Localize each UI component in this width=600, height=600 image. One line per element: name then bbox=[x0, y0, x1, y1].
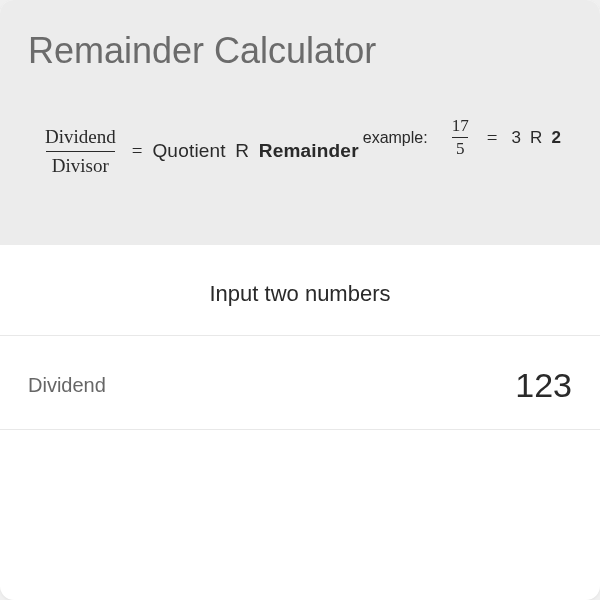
quotient-label: Quotient bbox=[152, 140, 225, 161]
formula-result: Quotient R Remainder bbox=[152, 140, 358, 162]
fraction-denominator: Divisor bbox=[46, 151, 115, 178]
example-r-label: R bbox=[530, 128, 542, 147]
page-title: Remainder Calculator bbox=[28, 30, 572, 72]
example-equals: = bbox=[487, 127, 498, 149]
dividend-input[interactable] bbox=[372, 366, 572, 405]
formula-fraction: Dividend Divisor bbox=[39, 125, 122, 178]
formula-section: Dividend Divisor = Quotient R Remainder … bbox=[0, 96, 600, 245]
remainder-label: Remainder bbox=[259, 140, 359, 161]
example-label: example: bbox=[363, 129, 428, 147]
formula-main: Dividend Divisor = Quotient R Remainder bbox=[39, 125, 359, 178]
dividend-row: Dividend bbox=[0, 336, 600, 430]
example-denominator: 5 bbox=[452, 137, 469, 159]
dividend-label: Dividend bbox=[28, 374, 106, 397]
equals-sign: = bbox=[132, 140, 143, 162]
example-remainder: 2 bbox=[551, 128, 561, 147]
example-fraction: 17 5 bbox=[448, 116, 473, 160]
example-numerator: 17 bbox=[448, 116, 473, 137]
example-result: 3 R 2 bbox=[511, 128, 561, 148]
header: Remainder Calculator bbox=[0, 0, 600, 96]
section-heading: Input two numbers bbox=[0, 245, 600, 336]
example-quotient: 3 bbox=[511, 128, 521, 147]
fraction-numerator: Dividend bbox=[39, 125, 122, 151]
calculator-card: Remainder Calculator Dividend Divisor = … bbox=[0, 0, 600, 600]
formula-example: example: 17 5 = 3 R 2 bbox=[363, 116, 561, 160]
r-label: R bbox=[235, 140, 249, 161]
input-section: Input two numbers Dividend bbox=[0, 245, 600, 430]
